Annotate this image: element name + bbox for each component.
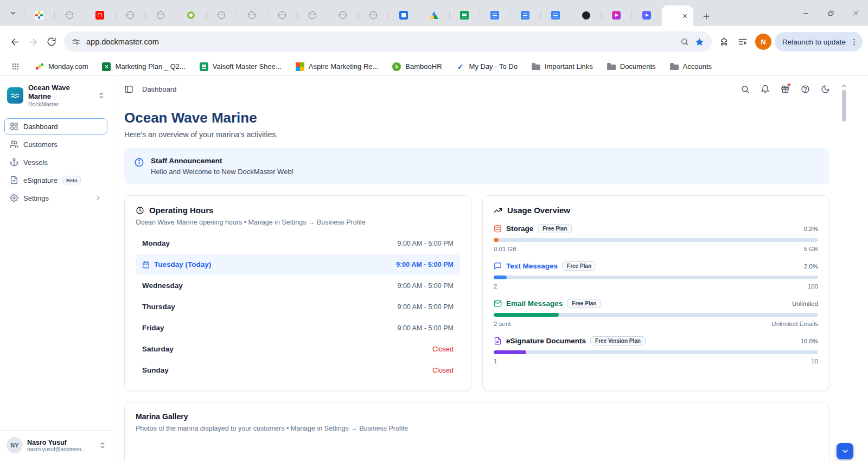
dark-mode-button[interactable] (821, 85, 830, 94)
scroll-down-button[interactable] (837, 443, 853, 459)
extensions-button[interactable] (715, 33, 733, 51)
page-title: Ocean Wave Marine (124, 110, 868, 126)
sidebar-item-esignature[interactable]: eSignature Beta (4, 172, 107, 188)
bookmark-star-icon[interactable] (695, 37, 704, 47)
main-area: Dashboard Ocean Wave Marine Here's an ov… (112, 76, 868, 461)
notifications-button[interactable] (761, 85, 770, 94)
tab-favicon-icon (248, 11, 256, 19)
bookmark[interactable]: X Marketing Plan _ Q2... (95, 59, 192, 74)
bookmark[interactable]: Important Links (525, 59, 600, 74)
profile-avatar[interactable]: N (755, 34, 771, 50)
gallery-subtitle: Photos of the marina displayed to your c… (136, 425, 818, 432)
browser-tab[interactable] (358, 6, 388, 24)
sidebar-toggle-icon[interactable] (124, 85, 133, 94)
tab-favicon-icon (642, 11, 651, 20)
tab-favicon-icon (95, 11, 104, 20)
back-button[interactable] (5, 33, 24, 51)
site-settings-icon[interactable] (72, 37, 80, 46)
bookmark[interactable]: b BambooHR (385, 59, 449, 74)
zoom-icon[interactable] (680, 37, 689, 46)
tab-favicon-icon (309, 11, 316, 19)
plan-badge: Free Plan (562, 261, 596, 271)
browser-tab[interactable] (54, 6, 85, 24)
sidebar-item-label: Dashboard (23, 123, 58, 131)
tab-favicon-icon (126, 11, 134, 19)
bookmark[interactable]: Aspire Marketing Re... (289, 59, 386, 74)
browser-tab[interactable] (237, 6, 267, 24)
progress-track (494, 276, 818, 279)
browser-tab[interactable] (85, 6, 115, 24)
browser-tab[interactable] (206, 6, 237, 24)
minimize-icon (802, 10, 809, 17)
close-window-button[interactable] (843, 0, 868, 26)
hours-row: Thursday 9:00 AM - 5:00 PM (136, 296, 460, 317)
tab-search-button[interactable] (5, 5, 21, 21)
search-button[interactable] (741, 85, 750, 94)
browser-tab[interactable] (145, 6, 176, 24)
tab-favicon-icon (430, 11, 438, 19)
user-menu[interactable]: NY Nasro Yusuf nasro.yusuf@aspiresoftwar… (0, 430, 112, 461)
sidebar-item-label: Settings (23, 194, 49, 202)
browser-tab[interactable] (176, 6, 206, 24)
plan-badge: Free Plan (567, 299, 601, 308)
forward-button[interactable] (24, 33, 42, 51)
tab-close-icon[interactable] (680, 11, 689, 20)
hours-value: 9:00 AM - 5:00 PM (396, 261, 454, 268)
bookmark[interactable]: Documents (600, 59, 663, 74)
bookmark[interactable]: Monday.com (28, 59, 95, 74)
reload-button[interactable] (42, 33, 61, 51)
tab-favicon-icon (399, 11, 408, 20)
browser-tab[interactable] (388, 6, 419, 24)
sidebar-item-customers[interactable]: Customers (4, 136, 107, 152)
org-logo-icon (7, 87, 23, 104)
minimize-button[interactable] (793, 0, 818, 26)
bookmark[interactable]: ✓ My Day - To Do (449, 59, 525, 74)
maximize-button[interactable] (818, 0, 843, 26)
address-bar[interactable]: app.dockmaster.com (64, 31, 712, 52)
playlist-button[interactable] (733, 33, 752, 51)
browser-tab[interactable] (540, 6, 571, 24)
back-icon (10, 37, 20, 47)
browser-tab[interactable] (510, 6, 540, 24)
browser-tab[interactable] (267, 6, 297, 24)
browser-tab[interactable] (631, 6, 662, 24)
new-tab-button[interactable] (699, 9, 714, 24)
hours-value: 9:00 AM - 5:00 PM (397, 240, 454, 247)
bookmark[interactable]: Accounts (663, 59, 719, 74)
usage-item-storage: Storage Free Plan 0.2% 0.01 GB5 GB (494, 224, 818, 252)
bookmark-favicon-icon: b (392, 62, 401, 71)
browser-tab[interactable] (571, 6, 601, 24)
scrollbar-thumb[interactable] (842, 90, 846, 121)
help-button[interactable] (801, 85, 810, 94)
apps-grid-button[interactable] (8, 59, 23, 74)
relaunch-update-button[interactable]: Relaunch to update (775, 32, 863, 52)
breadcrumb[interactable]: Dashboard (142, 85, 177, 93)
browser-tab[interactable] (115, 6, 145, 24)
kebab-menu-icon[interactable] (850, 38, 858, 46)
browser-tab[interactable] (328, 6, 358, 24)
sidebar-item-settings[interactable]: Settings (4, 190, 107, 206)
browser-tab[interactable] (480, 6, 510, 24)
browser-tab[interactable] (449, 6, 480, 24)
sidebar-nav: Dashboard Customers Vessels eSignature B… (0, 114, 112, 210)
database-icon (494, 225, 502, 233)
browser-tab[interactable] (601, 6, 631, 24)
bookmark[interactable]: Valsoft Master Shee... (193, 59, 289, 74)
bookmark-favicon-icon: X (102, 62, 111, 71)
bookmark-label: Important Links (545, 62, 593, 71)
whats-new-button[interactable] (781, 85, 790, 94)
anchor-icon (10, 158, 18, 167)
user-email: nasro.yusuf@aspiresoftware... (27, 446, 88, 452)
hours-value: Closed (432, 367, 454, 374)
active-tab[interactable] (662, 5, 693, 26)
sidebar-item-dashboard[interactable]: Dashboard (4, 118, 107, 135)
browser-tab[interactable] (297, 6, 328, 24)
sidebar-item-vessels[interactable]: Vessels (4, 154, 107, 170)
marina-gallery-card: Marina Gallery Photos of the marina disp… (124, 402, 829, 461)
bookmark-favicon-icon (200, 62, 208, 71)
scroll-up-arrow-icon[interactable] (841, 82, 847, 89)
browser-tab[interactable] (24, 6, 54, 24)
browser-tab[interactable] (419, 6, 449, 24)
chevron-down-icon (9, 9, 17, 17)
org-switcher[interactable]: Ocean Wave Marine DockMaster (0, 76, 112, 114)
